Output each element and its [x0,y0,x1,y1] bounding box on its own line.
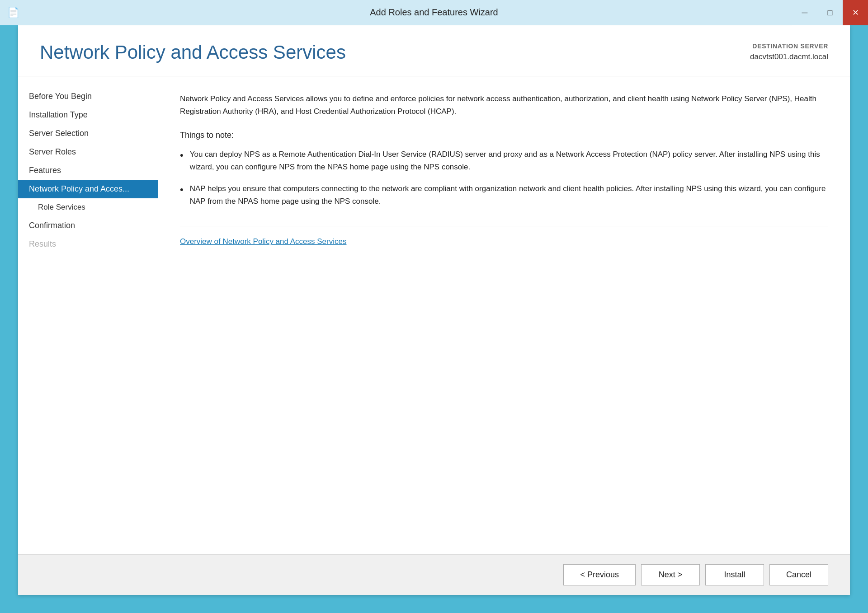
content-link-area: Overview of Network Policy and Access Se… [180,226,828,248]
sidebar-item-role-services[interactable]: Role Services [18,198,158,216]
sidebar-item-results: Results [18,235,158,253]
minimize-button[interactable]: ─ [792,0,817,25]
sidebar-item-before-you-begin[interactable]: Before You Begin [18,87,158,106]
content-description: Network Policy and Access Services allow… [180,93,828,118]
bullet-text-2: NAP helps you ensure that computers conn… [190,182,828,208]
sidebar-item-server-selection[interactable]: Server Selection [18,124,158,143]
next-button[interactable]: Next > [641,564,700,585]
window-header: Network Policy and Access Services DESTI… [18,25,850,76]
content-area: Network Policy and Access Services allow… [158,76,850,554]
bullet-item-2: • NAP helps you ensure that computers co… [180,182,828,208]
bullet-dot-1: • [180,147,184,164]
sidebar-item-installation-type[interactable]: Installation Type [18,106,158,124]
main-window: Network Policy and Access Services DESTI… [18,25,850,595]
sidebar-item-features[interactable]: Features [18,161,158,180]
page-title: Network Policy and Access Services [40,42,346,63]
bullet-item-1: • You can deploy NPS as a Remote Authent… [180,148,828,173]
install-button[interactable]: Install [705,564,764,585]
destination-server-name: dacvtst001.dacmt.local [750,51,828,63]
destination-server-info: DESTINATION SERVER dacvtst001.dacmt.loca… [750,42,828,63]
overview-link[interactable]: Overview of Network Policy and Access Se… [180,237,346,246]
window-controls: ─ □ ✕ [792,0,868,25]
title-bar: 📄 Add Roles and Features Wizard ─ □ ✕ [0,0,868,25]
things-to-note-heading: Things to note: [180,129,828,142]
title-bar-title: Add Roles and Features Wizard [370,7,498,18]
bullet-dot-2: • [180,182,184,198]
previous-button[interactable]: < Previous [563,564,636,585]
cancel-button[interactable]: Cancel [769,564,828,585]
destination-label: DESTINATION SERVER [750,42,828,51]
sidebar-item-confirmation[interactable]: Confirmation [18,216,158,235]
window-footer: < Previous Next > Install Cancel [18,554,850,595]
window-body: Before You Begin Installation Type Serve… [18,76,850,554]
app-icon: 📄 [7,7,19,19]
bullet-text-1: You can deploy NPS as a Remote Authentic… [190,148,828,173]
sidebar: Before You Begin Installation Type Serve… [18,76,158,554]
close-button[interactable]: ✕ [843,0,868,25]
bullet-list: • You can deploy NPS as a Remote Authent… [180,148,828,208]
maximize-button[interactable]: □ [817,0,843,25]
sidebar-item-network-policy[interactable]: Network Policy and Acces... [18,180,158,198]
sidebar-item-server-roles[interactable]: Server Roles [18,143,158,161]
